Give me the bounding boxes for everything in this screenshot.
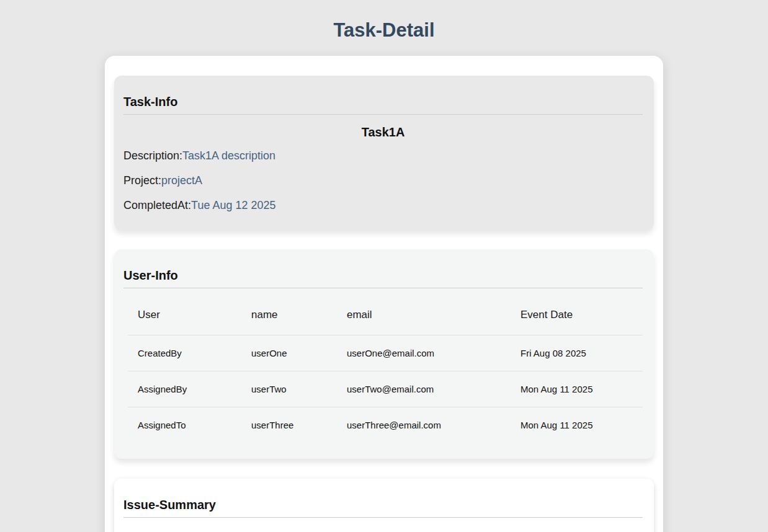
cell-user-role: CreatedBy: [128, 335, 241, 371]
issue-summary-heading: Issue-Summary: [123, 497, 643, 512]
completedat-value: Tue Aug 12 2025: [191, 199, 275, 211]
task-project-line: Project:projectA: [123, 172, 643, 189]
cell-user-email: userOne@email.com: [337, 335, 511, 371]
completedat-label: CompletedAt:: [123, 199, 191, 211]
description-value: Task1A description: [182, 149, 275, 162]
cell-user-email: userTwo@email.com: [337, 371, 511, 407]
column-header-event-date: Event Date: [511, 295, 643, 335]
task-name: Task1A: [123, 125, 643, 140]
column-header-email: email: [337, 295, 511, 335]
table-header-row: User name email Event Date: [128, 295, 643, 335]
cell-user-email: userThree@email.com: [337, 407, 511, 443]
task-info-divider: [123, 114, 643, 115]
user-info-table: User name email Event Date CreatedBy use…: [128, 295, 643, 443]
cell-event-date: Mon Aug 11 2025: [511, 371, 643, 407]
page-title: Task-Detail: [0, 0, 768, 42]
cell-user-role: AssignedTo: [128, 407, 241, 443]
detail-container: Task-Info Task1A Description:Task1A desc…: [105, 56, 663, 532]
cell-user-name: userOne: [241, 335, 337, 371]
task-description-line: Description:Task1A description: [123, 148, 643, 164]
issue-summary-section: Issue-Summary: [114, 479, 654, 532]
cell-event-date: Fri Aug 08 2025: [511, 335, 643, 371]
cell-user-name: userThree: [241, 407, 337, 443]
cell-user-name: userTwo: [241, 371, 337, 407]
task-info-section: Task-Info Task1A Description:Task1A desc…: [114, 76, 654, 230]
column-header-user: User: [128, 295, 241, 335]
project-value: projectA: [161, 174, 202, 187]
table-row: CreatedBy userOne userOne@email.com Fri …: [128, 335, 643, 371]
task-completedat-line: CompletedAt:Tue Aug 12 2025: [123, 197, 643, 214]
cell-event-date: Mon Aug 11 2025: [511, 407, 643, 443]
description-label: Description:: [123, 149, 182, 162]
cell-user-role: AssignedBy: [128, 371, 241, 407]
task-info-heading: Task-Info: [123, 94, 643, 109]
table-row: AssignedTo userThree userThree@email.com…: [128, 407, 643, 443]
user-info-divider: [123, 288, 643, 288]
issue-summary-divider: [123, 517, 643, 518]
user-info-section: User-Info User name email Event Date Cre…: [114, 249, 654, 459]
project-label: Project:: [123, 174, 161, 187]
user-info-heading: User-Info: [123, 268, 643, 283]
table-row: AssignedBy userTwo userTwo@email.com Mon…: [128, 371, 643, 407]
column-header-name: name: [241, 295, 337, 335]
